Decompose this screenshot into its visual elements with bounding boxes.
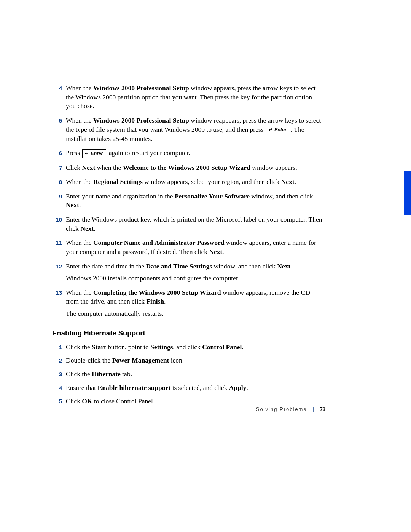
step-number: 1 xyxy=(52,343,62,351)
bold-text: Computer Name and Administrator Password xyxy=(93,239,225,246)
bold-text: Apply xyxy=(229,384,247,391)
step-text: window appears, select your region, and … xyxy=(143,178,281,185)
step-number: 5 xyxy=(52,117,62,125)
step-8: 8 When the Regional Settings window appe… xyxy=(52,177,322,187)
step-text: window, and then click xyxy=(212,262,277,270)
step-number: 4 xyxy=(52,384,62,392)
step-number: 13 xyxy=(49,289,62,297)
page-footer: Solving Problems | 73 xyxy=(256,406,325,412)
step-number: 5 xyxy=(52,398,62,405)
step-text: again to restart your computer. xyxy=(107,149,190,157)
step-number: 4 xyxy=(52,85,62,92)
bold-text: Windows 2000 Professional Setup xyxy=(93,84,189,92)
setup-steps-list: 4 When the Windows 2000 Professional Set… xyxy=(52,84,322,318)
step-text: Click xyxy=(66,397,82,405)
hib-step-3: 3 Click the Hibernate tab. xyxy=(52,370,322,379)
hib-step-1: 1 Click the Start button, point to Setti… xyxy=(52,343,322,352)
hib-step-2: 2 Double-click the Power Management icon… xyxy=(52,356,322,365)
step-number: 7 xyxy=(52,164,62,172)
step-text: Enter the Windows product key, which is … xyxy=(66,216,322,232)
step-9: 9 Enter your name and organization in th… xyxy=(52,192,322,210)
step-text: , and click xyxy=(173,343,202,351)
step-text: When the xyxy=(66,239,93,246)
bold-text: Completing the Windows 2000 Setup Wizard xyxy=(93,289,221,296)
bold-text: Windows 2000 Professional Setup xyxy=(93,117,189,124)
step-12: 12 Enter the date and time in the Date a… xyxy=(52,262,322,283)
hib-step-5: 5 Click OK to close Control Panel. xyxy=(52,397,322,406)
step-text: icon. xyxy=(169,356,184,364)
step-text: When the xyxy=(66,289,93,296)
key-label: Enter xyxy=(91,151,103,156)
step-4: 4 When the Windows 2000 Professional Set… xyxy=(52,84,322,111)
enter-symbol: ↵ xyxy=(269,127,273,133)
step-text: . xyxy=(222,248,224,256)
bold-text: Power Management xyxy=(112,356,169,364)
step-text: Double-click the xyxy=(66,356,112,364)
step-6: 6 Press ↵Enter again to restart your com… xyxy=(52,149,322,158)
step-text: Click the xyxy=(66,343,92,351)
section-heading: Enabling Hibernate Support xyxy=(52,329,322,337)
step-text: . xyxy=(295,178,296,185)
step-text: tab. xyxy=(121,370,132,378)
bold-text: Start xyxy=(92,343,106,351)
step-text: When the xyxy=(66,178,93,185)
step-text: . xyxy=(290,262,292,270)
bold-text: Next xyxy=(66,201,79,209)
bold-text: Regional Settings xyxy=(93,178,143,185)
bold-text: OK xyxy=(82,397,92,405)
step-text: Press xyxy=(66,149,81,157)
step-number: 2 xyxy=(52,357,62,364)
step-text: When the xyxy=(66,84,93,92)
bold-text: Next xyxy=(209,248,222,256)
step-10: 10 Enter the Windows product key, which … xyxy=(52,215,322,233)
step-text: . xyxy=(94,225,95,232)
step-number: 9 xyxy=(52,193,62,200)
enter-key-icon: ↵Enter xyxy=(82,149,106,158)
step-text: when the xyxy=(95,164,123,171)
page-content: 4 When the Windows 2000 Professional Set… xyxy=(52,84,322,411)
step-13: 13 When the Completing the Windows 2000 … xyxy=(52,288,322,318)
bold-text: Hibernate xyxy=(92,370,121,378)
bold-text: Enable hibernate support xyxy=(98,384,171,391)
step-number: 11 xyxy=(49,239,62,247)
step-number: 3 xyxy=(52,371,62,378)
bold-text: Personalize Your Software xyxy=(175,192,250,200)
step-text: button, point to xyxy=(106,343,150,351)
enter-symbol: ↵ xyxy=(85,150,89,156)
step-text: Click the xyxy=(66,370,92,378)
step-note: The computer automatically restarts. xyxy=(66,309,322,318)
step-note: Windows 2000 installs components and con… xyxy=(66,274,322,283)
step-number: 12 xyxy=(49,263,62,270)
step-text: Ensure that xyxy=(66,384,98,391)
step-text: window appears. xyxy=(250,164,297,171)
key-label: Enter xyxy=(274,127,287,133)
step-7: 7 Click Next when the Welcome to the Win… xyxy=(52,163,322,173)
step-text: Enter the date and time in the xyxy=(66,262,146,270)
bold-text: Finish xyxy=(146,297,164,305)
hib-step-4: 4 Ensure that Enable hibernate support i… xyxy=(52,383,322,393)
step-text: When the xyxy=(66,117,93,124)
step-text: . xyxy=(246,384,248,391)
enter-key-icon: ↵Enter xyxy=(266,126,290,134)
footer-section: Solving Problems xyxy=(256,406,307,412)
step-text: . xyxy=(79,201,81,209)
step-number: 10 xyxy=(49,216,62,224)
step-number: 8 xyxy=(52,178,62,186)
step-text: . xyxy=(242,343,243,351)
bold-text: Next xyxy=(80,225,94,232)
bold-text: Next xyxy=(281,178,295,185)
bold-text: Welcome to the Windows 2000 Setup Wizard xyxy=(123,164,250,171)
bold-text: Next xyxy=(277,262,290,270)
step-5: 5 When the Windows 2000 Professional Set… xyxy=(52,116,322,143)
step-text: is selected, and click xyxy=(170,384,229,391)
step-text: to close Control Panel. xyxy=(92,397,155,405)
step-text: Enter your name and organization in the xyxy=(66,192,175,200)
step-text: Click xyxy=(66,164,82,171)
bold-text: Next xyxy=(82,164,95,171)
step-number: 6 xyxy=(52,149,62,157)
hibernate-steps-list: 1 Click the Start button, point to Setti… xyxy=(52,343,322,406)
step-text: window, and then click xyxy=(250,192,313,200)
bold-text: Date and Time Settings xyxy=(146,262,212,270)
page-number: 73 xyxy=(320,406,325,412)
section-tab xyxy=(404,171,411,215)
